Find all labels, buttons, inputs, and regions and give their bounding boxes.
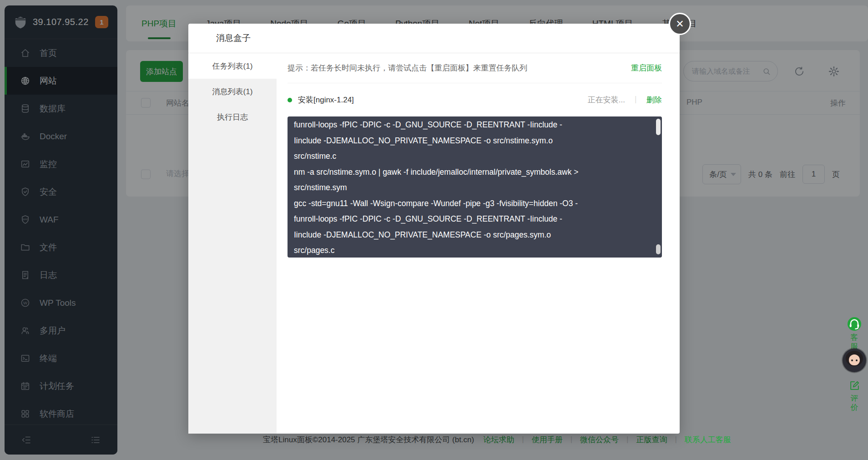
modal-content: 提示：若任务长时间未执行，请尝试点击【重启面板】来重置任务队列 重启面板 安装[… [277, 53, 680, 434]
modal-tab-label: 任务列表(1) [212, 61, 253, 71]
log-line: src/nstime.c [294, 148, 649, 164]
modal-header: 消息盒子 [188, 24, 680, 53]
modal-body: 任务列表(1)消息列表(1)执行日志 提示：若任务长时间未执行，请尝试点击【重启… [188, 53, 680, 434]
task-separator: 丨 [632, 95, 640, 105]
avatar-eyes [851, 359, 853, 361]
log-line: nm -a src/nstime.sym.o | gawk -f include… [294, 164, 649, 180]
task-name: 安装[nginx-1.24] [298, 95, 354, 105]
tip-row: 提示：若任务长时间未执行，请尝试点击【重启面板】来重置任务队列 重启面板 [288, 53, 662, 83]
review-edit-icon[interactable] [848, 379, 861, 392]
log-line: gcc -std=gnu11 -Wall -Wsign-compare -Wun… [294, 196, 649, 212]
restart-panel-link[interactable]: 重启面板 [631, 63, 662, 73]
contact-service-link[interactable]: 联系人工客服 [685, 435, 731, 445]
log-line: Iinclude -DJEMALLOC_NO_PRIVATE_NAMESPACE… [294, 133, 649, 149]
task-row: 安装[nginx-1.24] 正在安装... 丨 删除 [288, 83, 662, 116]
log-line: funroll-loops -fPIC -DPIC -c -D_GNU_SOUR… [294, 117, 649, 133]
task-status: 正在安装... [588, 95, 625, 105]
modal-title: 消息盒子 [216, 32, 251, 44]
customer-service-icon[interactable] [848, 317, 861, 331]
service-avatar[interactable] [843, 349, 866, 372]
tip-text: 提示：若任务长时间未执行，请尝试点击【重启面板】来重置任务队列 [288, 63, 527, 73]
delete-task-link[interactable]: 删除 [646, 95, 662, 105]
page: 39.107.95.22 1 首页网站数据库Docker监控安全WAFWAF文件… [0, 0, 868, 460]
scrollbar-thumb[interactable] [656, 119, 661, 135]
log-line: src/pages.c [294, 243, 649, 258]
modal-tab-2[interactable]: 执行日志 [188, 104, 277, 130]
floating-rail: 客服 评价 [842, 317, 867, 412]
install-log-console[interactable]: funroll-loops -fPIC -DPIC -c -D_GNU_SOUR… [288, 116, 662, 258]
avatar-face [849, 354, 860, 365]
message-box-modal: ✕ 消息盒子 任务列表(1)消息列表(1)执行日志 提示：若任务长时间未执行，请… [188, 24, 680, 434]
scrollbar-bottom-thumb[interactable] [656, 244, 661, 254]
log-line: funroll-loops -fPIC -DPIC -c -D_GNU_SOUR… [294, 211, 649, 227]
review-label[interactable]: 评价 [850, 394, 859, 412]
modal-tab-column: 任务列表(1)消息列表(1)执行日志 [188, 53, 277, 434]
modal-tab-1[interactable]: 消息列表(1) [188, 79, 277, 104]
task-status-dot [288, 98, 292, 102]
log-line: Iinclude -DJEMALLOC_NO_PRIVATE_NAMESPACE… [294, 227, 649, 243]
log-line: src/nstime.sym [294, 180, 649, 196]
modal-tab-label: 消息列表(1) [212, 86, 253, 97]
close-icon[interactable]: ✕ [669, 13, 691, 35]
modal-tab-0[interactable]: 任务列表(1) [188, 53, 277, 79]
modal-tab-label: 执行日志 [217, 112, 248, 122]
